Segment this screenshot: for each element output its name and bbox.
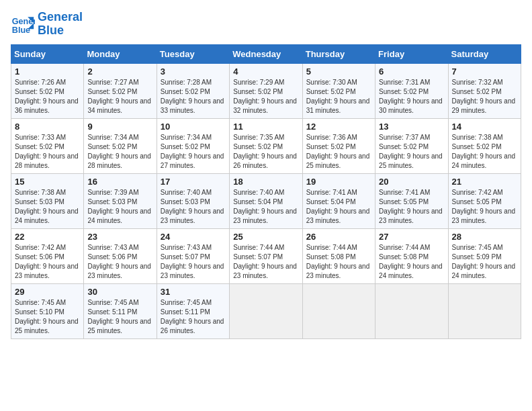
day-number: 26 [306, 232, 371, 242]
day-info: Sunrise: 7:34 AM Sunset: 5:02 PM Dayligh… [161, 133, 226, 171]
logo-icon: General Blue [11, 12, 35, 36]
weekday-header: Wednesday [230, 44, 302, 63]
svg-text:Blue: Blue [12, 25, 30, 34]
day-info: Sunrise: 7:30 AM Sunset: 5:02 PM Dayligh… [306, 78, 371, 116]
day-info: Sunrise: 7:40 AM Sunset: 5:03 PM Dayligh… [161, 188, 226, 226]
calendar-table: SundayMondayTuesdayWednesdayThursdayFrid… [11, 44, 521, 339]
day-info: Sunrise: 7:34 AM Sunset: 5:02 PM Dayligh… [87, 133, 152, 171]
day-info: Sunrise: 7:32 AM Sunset: 5:02 PM Dayligh… [452, 78, 517, 116]
calendar-day-cell: 6 Sunrise: 7:31 AM Sunset: 5:02 PM Dayli… [375, 63, 448, 118]
weekday-header: Monday [84, 44, 157, 63]
day-info: Sunrise: 7:38 AM Sunset: 5:03 PM Dayligh… [15, 188, 80, 226]
calendar-day-cell: 5 Sunrise: 7:30 AM Sunset: 5:02 PM Dayli… [302, 63, 375, 118]
weekday-header-row: SundayMondayTuesdayWednesdayThursdayFrid… [11, 44, 521, 63]
calendar-week-row: 8 Sunrise: 7:33 AM Sunset: 5:02 PM Dayli… [11, 118, 521, 173]
calendar-week-row: 29 Sunrise: 7:45 AM Sunset: 5:10 PM Dayl… [11, 283, 521, 338]
logo-text: General Blue [38, 11, 83, 38]
day-info: Sunrise: 7:42 AM Sunset: 5:05 PM Dayligh… [452, 188, 517, 226]
calendar-body: 1 Sunrise: 7:26 AM Sunset: 5:02 PM Dayli… [11, 63, 521, 338]
day-info: Sunrise: 7:31 AM Sunset: 5:02 PM Dayligh… [379, 78, 444, 116]
calendar-day-cell: 4 Sunrise: 7:29 AM Sunset: 5:02 PM Dayli… [230, 63, 302, 118]
day-info: Sunrise: 7:43 AM Sunset: 5:06 PM Dayligh… [87, 243, 152, 281]
calendar-day-cell: 15 Sunrise: 7:38 AM Sunset: 5:03 PM Dayl… [11, 173, 84, 228]
calendar-day-cell: 10 Sunrise: 7:34 AM Sunset: 5:02 PM Dayl… [157, 118, 229, 173]
day-number: 18 [233, 177, 298, 187]
day-info: Sunrise: 7:45 AM Sunset: 5:09 PM Dayligh… [452, 243, 517, 281]
day-info: Sunrise: 7:26 AM Sunset: 5:02 PM Dayligh… [15, 78, 80, 116]
day-number: 1 [15, 66, 80, 77]
calendar-day-cell: 30 Sunrise: 7:45 AM Sunset: 5:11 PM Dayl… [84, 283, 157, 338]
calendar-day-cell: 11 Sunrise: 7:35 AM Sunset: 5:02 PM Dayl… [230, 118, 302, 173]
day-info: Sunrise: 7:45 AM Sunset: 5:11 PM Dayligh… [87, 298, 152, 336]
calendar-week-row: 1 Sunrise: 7:26 AM Sunset: 5:02 PM Dayli… [11, 63, 521, 118]
calendar-day-cell: 17 Sunrise: 7:40 AM Sunset: 5:03 PM Dayl… [157, 173, 229, 228]
calendar-day-cell: 25 Sunrise: 7:44 AM Sunset: 5:07 PM Dayl… [230, 228, 302, 283]
day-info: Sunrise: 7:45 AM Sunset: 5:11 PM Dayligh… [161, 298, 226, 336]
calendar-day-cell: 22 Sunrise: 7:42 AM Sunset: 5:06 PM Dayl… [11, 228, 84, 283]
day-info: Sunrise: 7:44 AM Sunset: 5:08 PM Dayligh… [306, 243, 371, 281]
day-number: 25 [233, 232, 298, 242]
day-number: 13 [379, 122, 444, 132]
logo: General Blue General Blue [11, 11, 83, 38]
page-header: General Blue General Blue [11, 11, 521, 38]
day-info: Sunrise: 7:42 AM Sunset: 5:06 PM Dayligh… [15, 243, 80, 281]
calendar-day-cell: 2 Sunrise: 7:27 AM Sunset: 5:02 PM Dayli… [84, 63, 157, 118]
calendar-week-row: 15 Sunrise: 7:38 AM Sunset: 5:03 PM Dayl… [11, 173, 521, 228]
day-number: 30 [87, 287, 152, 297]
day-number: 8 [15, 122, 80, 132]
day-info: Sunrise: 7:40 AM Sunset: 5:04 PM Dayligh… [233, 188, 298, 226]
day-number: 9 [87, 122, 152, 132]
day-number: 19 [306, 177, 371, 187]
day-number: 23 [87, 232, 152, 242]
day-info: Sunrise: 7:45 AM Sunset: 5:10 PM Dayligh… [15, 298, 80, 336]
day-number: 28 [452, 232, 517, 242]
day-number: 20 [379, 177, 444, 187]
day-info: Sunrise: 7:37 AM Sunset: 5:02 PM Dayligh… [379, 133, 444, 171]
day-info: Sunrise: 7:44 AM Sunset: 5:08 PM Dayligh… [379, 243, 444, 281]
calendar-day-cell: 1 Sunrise: 7:26 AM Sunset: 5:02 PM Dayli… [11, 63, 84, 118]
calendar-day-cell: 12 Sunrise: 7:36 AM Sunset: 5:02 PM Dayl… [302, 118, 375, 173]
calendar-day-cell [302, 283, 375, 338]
day-info: Sunrise: 7:38 AM Sunset: 5:02 PM Dayligh… [452, 133, 517, 171]
calendar-day-cell: 20 Sunrise: 7:41 AM Sunset: 5:05 PM Dayl… [375, 173, 448, 228]
calendar-day-cell: 27 Sunrise: 7:44 AM Sunset: 5:08 PM Dayl… [375, 228, 448, 283]
day-info: Sunrise: 7:39 AM Sunset: 5:03 PM Dayligh… [87, 188, 152, 226]
calendar-day-cell: 29 Sunrise: 7:45 AM Sunset: 5:10 PM Dayl… [11, 283, 84, 338]
calendar-day-cell: 23 Sunrise: 7:43 AM Sunset: 5:06 PM Dayl… [84, 228, 157, 283]
day-info: Sunrise: 7:33 AM Sunset: 5:02 PM Dayligh… [15, 133, 80, 171]
day-number: 24 [161, 232, 226, 242]
calendar-day-cell: 18 Sunrise: 7:40 AM Sunset: 5:04 PM Dayl… [230, 173, 302, 228]
calendar-day-cell: 8 Sunrise: 7:33 AM Sunset: 5:02 PM Dayli… [11, 118, 84, 173]
calendar-day-cell: 31 Sunrise: 7:45 AM Sunset: 5:11 PM Dayl… [157, 283, 229, 338]
day-number: 31 [161, 287, 226, 297]
day-info: Sunrise: 7:44 AM Sunset: 5:07 PM Dayligh… [233, 243, 298, 281]
day-number: 3 [161, 66, 226, 77]
day-number: 22 [15, 232, 80, 242]
day-info: Sunrise: 7:27 AM Sunset: 5:02 PM Dayligh… [87, 78, 152, 116]
calendar-day-cell: 3 Sunrise: 7:28 AM Sunset: 5:02 PM Dayli… [157, 63, 229, 118]
calendar-day-cell: 7 Sunrise: 7:32 AM Sunset: 5:02 PM Dayli… [448, 63, 521, 118]
day-info: Sunrise: 7:29 AM Sunset: 5:02 PM Dayligh… [233, 78, 298, 116]
day-number: 5 [306, 66, 371, 77]
calendar-day-cell: 13 Sunrise: 7:37 AM Sunset: 5:02 PM Dayl… [375, 118, 448, 173]
day-info: Sunrise: 7:41 AM Sunset: 5:04 PM Dayligh… [306, 188, 371, 226]
day-number: 29 [15, 287, 80, 297]
day-info: Sunrise: 7:41 AM Sunset: 5:05 PM Dayligh… [379, 188, 444, 226]
day-number: 27 [379, 232, 444, 242]
day-number: 6 [379, 66, 444, 77]
calendar-day-cell: 9 Sunrise: 7:34 AM Sunset: 5:02 PM Dayli… [84, 118, 157, 173]
weekday-header: Sunday [11, 44, 84, 63]
weekday-header: Tuesday [157, 44, 229, 63]
calendar-day-cell: 14 Sunrise: 7:38 AM Sunset: 5:02 PM Dayl… [448, 118, 521, 173]
day-info: Sunrise: 7:28 AM Sunset: 5:02 PM Dayligh… [161, 78, 226, 116]
day-number: 16 [87, 177, 152, 187]
calendar-day-cell: 24 Sunrise: 7:43 AM Sunset: 5:07 PM Dayl… [157, 228, 229, 283]
calendar-day-cell: 28 Sunrise: 7:45 AM Sunset: 5:09 PM Dayl… [448, 228, 521, 283]
calendar-day-cell: 19 Sunrise: 7:41 AM Sunset: 5:04 PM Dayl… [302, 173, 375, 228]
weekday-header: Friday [375, 44, 448, 63]
day-number: 7 [452, 66, 517, 77]
calendar-day-cell [230, 283, 302, 338]
day-number: 21 [452, 177, 517, 187]
day-number: 2 [87, 66, 152, 77]
day-info: Sunrise: 7:43 AM Sunset: 5:07 PM Dayligh… [161, 243, 226, 281]
